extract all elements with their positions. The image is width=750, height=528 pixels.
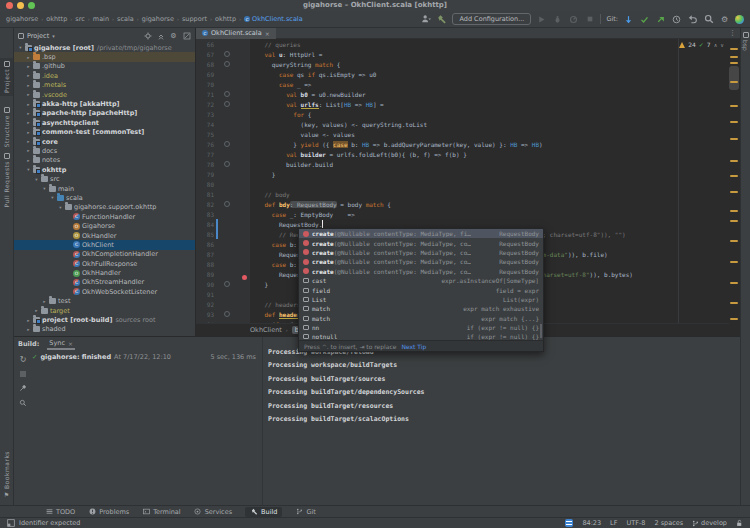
tree-item-gigahorse-root[interactable]: ▾gigahorse [root]/private/tmp/gigahorse: [14, 43, 195, 52]
tree-item-common-test-commontest[interactable]: ▸common-test [commonTest]: [14, 128, 195, 137]
chevron-icon[interactable]: ▾: [17, 45, 24, 50]
code-line-71[interactable]: 71 val b0 = u0.newBuilder: [196, 89, 740, 99]
completion-item-create[interactable]: create(@Nullable contentType: MediaType,…: [299, 267, 543, 276]
completion-item-create[interactable]: create(@Nullable contentType: MediaType,…: [299, 257, 543, 266]
breadcrumb-item[interactable]: gigahorse: [142, 15, 174, 23]
chevron-icon[interactable]: ▸: [25, 158, 32, 163]
completion-item-field[interactable]: fieldfield = expr: [299, 285, 543, 294]
code-line-73[interactable]: 73 for {: [196, 109, 740, 119]
collapse-all-icon[interactable]: [156, 31, 165, 40]
tree-item-okhcompletionhandler[interactable]: COkhCompletionHandler: [14, 250, 195, 259]
tab-okhclient-scala[interactable]: C OkhClient.scala ×: [196, 28, 276, 39]
breadcrumb-item[interactable]: src: [75, 15, 85, 23]
fold-marker-icon[interactable]: [224, 281, 230, 287]
completion-item-match[interactable]: matchexpr match {...}: [299, 314, 543, 323]
code-line-78[interactable]: 78 builder.build: [196, 159, 740, 169]
breakpoint-icon[interactable]: [242, 275, 247, 280]
code-line-79[interactable]: 79 }: [196, 169, 740, 179]
chevron-icon[interactable]: ▸: [41, 299, 48, 304]
code-line-81[interactable]: 81 // body: [196, 189, 740, 199]
code-line-68[interactable]: 68 queryString match {: [196, 59, 740, 69]
pin-icon[interactable]: [19, 384, 27, 392]
chevron-icon[interactable]: ▾: [33, 177, 40, 182]
error-stripe-mark[interactable]: [730, 121, 738, 123]
chevron-icon[interactable]: ▸: [25, 102, 32, 107]
chevron-icon[interactable]: ▸: [25, 139, 32, 144]
tree-item-functionhandler[interactable]: CFunctionHandler: [14, 212, 195, 221]
chevron-icon[interactable]: ▸: [25, 120, 32, 125]
error-stripe-mark[interactable]: [730, 240, 738, 242]
tool-button-problems[interactable]: Problems: [88, 508, 129, 516]
tool-button-git[interactable]: Git: [295, 508, 315, 516]
breadcrumb-class[interactable]: OkhClient: [250, 326, 282, 334]
chevron-icon[interactable]: ▸: [25, 111, 32, 116]
chevron-icon[interactable]: ▸: [25, 64, 32, 69]
next-tip-link[interactable]: Next Tip: [401, 343, 426, 350]
caret-position[interactable]: 84:23: [582, 519, 601, 527]
tree-item-src[interactable]: ▾src: [14, 174, 195, 183]
build-hammer-icon[interactable]: [436, 14, 447, 25]
learn-ide-features-icon[interactable]: [735, 15, 744, 24]
build-status-row[interactable]: ✓ gigahorse: finished At 7/17/22, 12:10: [32, 353, 171, 361]
git-branch-widget[interactable]: develop: [692, 519, 727, 527]
breadcrumb-item[interactable]: support: [182, 15, 207, 23]
chevron-icon[interactable]: ▸: [25, 327, 32, 332]
code-line-83[interactable]: 83 case _: EmptyBody =>: [196, 209, 740, 219]
local-history-icon[interactable]: [671, 14, 682, 25]
completion-item-list[interactable]: ListList(expr): [299, 295, 543, 304]
completion-item-cast[interactable]: castexpr.asInstanceOf[SomeType]: [299, 276, 543, 285]
breadcrumb-file[interactable]: OkhClient.scala: [252, 15, 303, 23]
tree-item-core[interactable]: ▸core: [14, 137, 195, 146]
fold-marker-icon[interactable]: [224, 61, 230, 67]
run-icon[interactable]: [536, 14, 547, 25]
fold-marker-icon[interactable]: [224, 51, 230, 57]
tool-button-services[interactable]: Services: [194, 508, 232, 516]
tree-item-shaded[interactable]: ▸shaded: [14, 325, 195, 334]
fold-marker-icon[interactable]: [224, 91, 230, 97]
tool-stripe-bsp[interactable]: bsp: [741, 32, 750, 51]
tree-item-metals[interactable]: ▸.metals: [14, 81, 195, 90]
completion-item-create[interactable]: create(@Nullable contentType: MediaType,…: [299, 229, 543, 238]
file-encoding[interactable]: UTF-8: [626, 519, 645, 527]
run-configuration-select[interactable]: Add Configuration...: [452, 13, 531, 25]
chevron-icon[interactable]: ▸: [25, 130, 32, 135]
hide-panel-icon[interactable]: [182, 31, 191, 40]
tree-item-okhfullresponse[interactable]: COkhFullResponse: [14, 259, 195, 268]
debug-icon[interactable]: [552, 14, 563, 25]
git-push-icon[interactable]: [655, 14, 666, 25]
code-line-72[interactable]: 72 val urlfs: List[HB => HB] =: [196, 99, 740, 109]
zoom-window-button[interactable]: [28, 2, 35, 9]
completion-item-match[interactable]: matchexpr match exhaustive: [299, 304, 543, 313]
tree-item-okhclient[interactable]: COkhClient: [14, 240, 195, 249]
fold-marker-icon[interactable]: [224, 201, 230, 207]
stop-icon[interactable]: [584, 14, 595, 25]
git-update-icon[interactable]: [623, 14, 634, 25]
tree-item-target[interactable]: ▸target: [14, 306, 195, 315]
error-stripe-mark[interactable]: [730, 282, 738, 284]
tool-stripe-project[interactable]: Project: [0, 58, 13, 96]
next-problem-icon[interactable]: ∨: [720, 42, 724, 48]
error-stripe-mark[interactable]: [730, 138, 738, 140]
panel-settings-gear-icon[interactable]: ⚙: [169, 31, 178, 40]
completion-item-create[interactable]: create(@Nullable contentType: MediaType,…: [299, 248, 543, 257]
inspections-widget[interactable]: 24 ✓ 7 ∧ ∨: [679, 41, 724, 48]
resync-icon[interactable]: ↻: [20, 355, 27, 364]
tool-stripe-pull-requests[interactable]: Pull Requests: [0, 150, 13, 211]
breadcrumb-item[interactable]: okhttp: [46, 15, 67, 23]
lock-icon[interactable]: [736, 519, 743, 527]
error-stripe-mark[interactable]: [730, 191, 738, 193]
tree-item-notes[interactable]: ▸notes: [14, 156, 195, 165]
indent-setting[interactable]: 2 spaces: [654, 519, 683, 527]
inspect-icon[interactable]: [19, 399, 27, 407]
tree-item-akka-http-akkahttp[interactable]: ▸akka-http [akkaHttp]: [14, 99, 195, 108]
completion-item-notnull[interactable]: notnullif (expr != null) {}: [299, 332, 543, 340]
tool-stripe-structure[interactable]: Structure: [0, 104, 13, 150]
error-stripe[interactable]: [729, 39, 739, 336]
tool-window-switcher-icon[interactable]: [7, 519, 15, 527]
error-stripe-mark[interactable]: [730, 175, 738, 177]
error-stripe-mark[interactable]: [730, 105, 738, 107]
code-line-76[interactable]: 76 } yield ({ case b: HB => b.addQueryPa…: [196, 139, 740, 149]
code-line-69[interactable]: 69 case qs if qs.isEmpty => u0: [196, 69, 740, 79]
tool-button-build[interactable]: Build: [245, 507, 282, 517]
error-stripe-mark[interactable]: [730, 56, 738, 58]
